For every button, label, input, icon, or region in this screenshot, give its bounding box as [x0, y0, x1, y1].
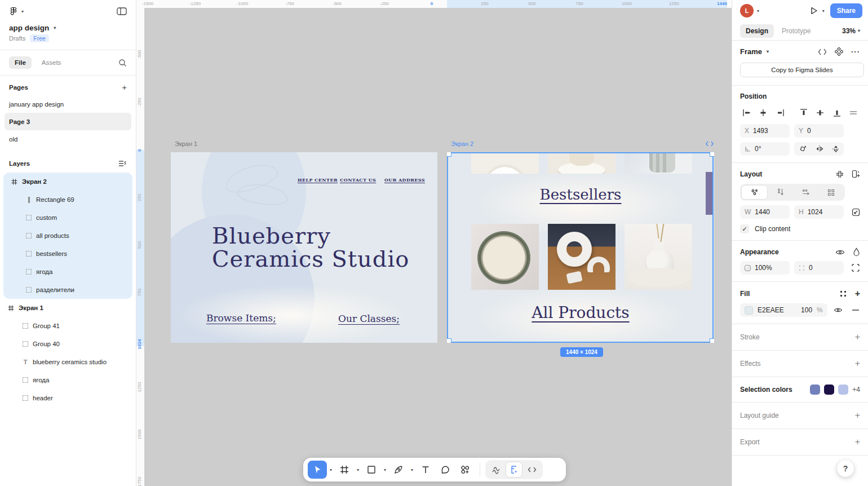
selection-handle-top-left[interactable]	[447, 152, 451, 157]
aspect-ratio-lock-icon[interactable]	[849, 205, 862, 219]
layout-vertical-option[interactable]	[768, 185, 793, 200]
rotation-field[interactable]: 0°	[740, 142, 790, 156]
layer-rectangle-69[interactable]: Rectangle 69	[3, 191, 132, 209]
layer-custom[interactable]: custom	[3, 209, 132, 227]
align-horizontal-center-icon[interactable]	[757, 106, 770, 120]
bestsellers-heading[interactable]: Bestsellers	[447, 186, 714, 203]
add-layout-guide-icon[interactable]: +	[855, 410, 860, 421]
layout-freeform-option[interactable]	[741, 185, 768, 200]
canvas[interactable]: -1500 -1250 -1000 -750 -500 -250 0 250 5…	[136, 0, 732, 486]
layer-blueberry-text[interactable]: Tblueberry ceramics studio	[0, 353, 136, 371]
search-icon[interactable]	[118, 59, 127, 67]
file-title[interactable]: app design ▾	[9, 24, 127, 32]
pen-tool-chevron-icon[interactable]: ▾	[409, 461, 415, 479]
avatar-chevron-icon[interactable]: ▾	[757, 8, 759, 14]
avatar[interactable]: L	[740, 4, 754, 17]
add-auto-layout-icon[interactable]	[852, 170, 860, 178]
layer-group-40[interactable]: Group 40	[0, 335, 136, 353]
layer-all-products[interactable]: all products	[3, 227, 132, 245]
nav-link-contact-us[interactable]: CONTACT US	[340, 177, 376, 183]
tidy-up-icon[interactable]	[847, 106, 860, 120]
dev-code-icon[interactable]	[818, 48, 827, 55]
blend-mode-droplet-icon[interactable]	[853, 248, 860, 257]
all-products-heading[interactable]: All Products	[447, 303, 714, 322]
frame-section-title[interactable]: Frame	[740, 47, 762, 56]
code-tool[interactable]	[524, 462, 541, 478]
layer-ekran-1[interactable]: Экран 1	[0, 299, 136, 317]
share-button[interactable]: Share	[830, 3, 862, 18]
layer-header[interactable]: header	[0, 389, 136, 407]
selection-handle-top-right[interactable]	[710, 152, 714, 157]
x-position-field[interactable]: X 1493	[740, 124, 790, 138]
fill-visibility-icon[interactable]	[832, 303, 845, 317]
actions-tool[interactable]	[455, 461, 475, 479]
figma-logo-icon[interactable]: ▾	[9, 7, 24, 16]
layer-ekran-2[interactable]: Экран 2	[3, 173, 132, 191]
sidebar-toggle-icon[interactable]	[117, 7, 127, 15]
page-item-selected[interactable]: Page 3	[5, 113, 131, 130]
tab-file[interactable]: File	[9, 56, 32, 69]
add-export-icon[interactable]: +	[855, 437, 860, 447]
remove-fill-icon[interactable]	[849, 303, 862, 317]
nav-link-help-center[interactable]: HELP CENTER	[298, 177, 338, 183]
align-bottom-icon[interactable]	[830, 106, 844, 120]
product-image-cup[interactable]	[548, 152, 615, 174]
selection-colors-more[interactable]: +4	[852, 386, 860, 394]
corner-radius-field[interactable]: 0	[794, 261, 844, 275]
tab-assets[interactable]: Assets	[42, 59, 61, 66]
width-field[interactable]: W 1440	[740, 205, 790, 219]
pen-tool[interactable]	[389, 461, 408, 479]
comment-tool[interactable]	[436, 461, 455, 479]
copy-to-figma-slides-button[interactable]: Copy to Figma Slides	[740, 63, 864, 77]
frame-ekran-1[interactable]: HELP CENTER CONTACT US OUR ADDRESS Blueb…	[171, 152, 437, 343]
frame1-label[interactable]: Экран 1	[175, 140, 197, 147]
selection-color-swatch-3[interactable]	[838, 385, 848, 395]
scrollbar-shape[interactable]	[706, 172, 713, 215]
layer-razdeliteli[interactable]: разделители	[3, 281, 132, 299]
page-item[interactable]: january app design	[0, 95, 136, 113]
studio-title[interactable]: Blueberry Ceramics Studio	[212, 224, 409, 271]
component-icon[interactable]	[835, 47, 843, 56]
layers-options-icon[interactable]	[118, 160, 127, 167]
align-vertical-center-icon[interactable]	[813, 106, 827, 120]
browse-items-link[interactable]: Browse Items;	[206, 312, 276, 324]
page-item[interactable]: old	[0, 130, 136, 148]
rotate-icon[interactable]	[799, 145, 807, 153]
clip-content-row[interactable]: ✓ Clip content	[740, 224, 863, 233]
help-button[interactable]: ?	[837, 460, 854, 477]
move-tool-chevron-icon[interactable]: ▾	[327, 461, 334, 479]
selection-handle-bottom-left[interactable]	[447, 338, 451, 343]
dev-mode-tool[interactable]	[506, 462, 522, 478]
flip-horizontal-icon[interactable]	[816, 145, 823, 152]
add-stroke-icon[interactable]: +	[855, 332, 860, 342]
fill-color-swatch[interactable]	[745, 306, 753, 315]
opacity-field[interactable]: 100%	[740, 261, 790, 275]
add-effect-icon[interactable]: +	[855, 359, 860, 369]
nav-link-our-address[interactable]: OUR ADDRESS	[384, 177, 425, 183]
layout-grid-option[interactable]	[818, 185, 844, 200]
layer-bestsellers[interactable]: bestsellers	[3, 245, 132, 263]
fill-color-field[interactable]: E2EAEE 100 %	[740, 303, 827, 317]
align-right-icon[interactable]	[773, 106, 787, 120]
product-image-vase[interactable]	[625, 152, 692, 174]
present-chevron-icon[interactable]: ▾	[822, 8, 825, 14]
selection-handle-bottom-right[interactable]	[710, 338, 714, 343]
height-field[interactable]: H 1024	[794, 205, 844, 219]
annotate-tool[interactable]	[488, 462, 504, 478]
move-tool[interactable]	[308, 461, 327, 479]
frame2-code-icon[interactable]	[706, 140, 714, 147]
chevron-down-icon[interactable]: ▾	[767, 49, 769, 54]
frame-tool[interactable]	[335, 461, 354, 479]
clip-content-checkbox[interactable]: ✓	[740, 224, 749, 233]
drafts-breadcrumb[interactable]: Drafts	[9, 35, 25, 42]
product-image-round-vase[interactable]	[625, 224, 692, 290]
frame-ekran-2[interactable]: Bestsellers All Products	[447, 152, 714, 343]
flip-vertical-icon[interactable]	[832, 145, 839, 153]
text-tool[interactable]	[416, 461, 435, 479]
product-image-plate[interactable]	[471, 152, 539, 174]
y-position-field[interactable]: Y 0	[794, 124, 844, 138]
add-page-icon[interactable]: +	[122, 82, 127, 92]
shape-tool[interactable]	[362, 461, 381, 479]
frame-tool-chevron-icon[interactable]: ▾	[355, 461, 361, 479]
visibility-eye-icon[interactable]	[835, 249, 845, 256]
